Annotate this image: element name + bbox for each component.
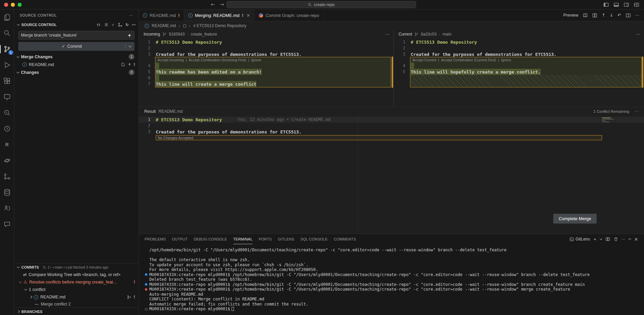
database-icon[interactable] — [3, 188, 12, 197]
panel-tab-debug-console[interactable]: DEBUG CONSOLE — [194, 234, 227, 244]
resolve-conflicts-row[interactable]: Resolve conflicts before merging create_… — [14, 278, 138, 286]
accept-current-action[interactable]: Accept Current — [412, 58, 436, 62]
accept-incoming-action[interactable]: Accept Incoming — [157, 58, 184, 62]
tab-merging-readme[interactable]: Merging: README.md ! — [184, 9, 255, 21]
commit-button-main[interactable]: Commit — [18, 44, 125, 49]
command-center-search[interactable]: create-repo — [227, 1, 416, 8]
sparkle-icon[interactable] — [127, 33, 132, 38]
close-panel-icon[interactable] — [634, 237, 638, 241]
incoming-editor[interactable]: 1# ETC5513 Demo Repository 2 3Created fo… — [139, 38, 393, 87]
scm-section-header[interactable]: SOURCE CONTROL — [14, 21, 138, 28]
terminal-output[interactable]: /opt/homebrew/bin/git -C "/Users/mlyd000… — [139, 244, 644, 315]
run-debug-icon[interactable] — [3, 61, 12, 69]
live-share-icon[interactable] — [3, 204, 12, 213]
merge-changes-group[interactable]: Merge Changes 1 — [14, 53, 138, 61]
branches-section-header[interactable]: BRANCHES — [14, 308, 138, 315]
scm-header-actions — [96, 22, 135, 27]
preview-label[interactable]: Preview — [563, 13, 578, 18]
complete-merge-button[interactable]: Complete Merge — [553, 214, 597, 224]
breadcrumb-file[interactable]: README.md — [152, 23, 176, 28]
close-tab-icon[interactable] — [246, 13, 250, 18]
no-changes-accepted-banner[interactable]: No Changes Accepted — [156, 135, 602, 140]
chevron-down-icon[interactable] — [600, 237, 602, 240]
search-icon[interactable] — [3, 29, 12, 38]
git-graph-icon[interactable] — [3, 172, 12, 181]
more-actions-icon[interactable] — [636, 32, 640, 36]
nav-back-icon[interactable] — [211, 2, 215, 7]
remote-explorer-icon[interactable] — [3, 92, 12, 101]
kill-terminal-trash-icon[interactable] — [614, 237, 618, 241]
open-preview-icon[interactable] — [583, 13, 588, 18]
gitlens-inspect-icon[interactable] — [3, 108, 12, 117]
toggle-panel-icon[interactable] — [614, 2, 619, 7]
merge-file-row[interactable]: README.md ! — [14, 61, 138, 68]
breadcrumb-symbol[interactable]: # ETC5513 Demo Repository — [193, 23, 246, 28]
tab-commit-graph[interactable]: Commit Graph: create-repo — [255, 9, 323, 21]
view-as-list-icon[interactable] — [104, 22, 109, 27]
conflict-file-row[interactable]: README.md ! — [14, 293, 138, 301]
panel-tab-ports[interactable]: PORTS — [259, 234, 272, 244]
conflict-group-row[interactable]: 1 conflict — [14, 286, 138, 293]
gitlens-icon[interactable] — [3, 124, 12, 133]
new-terminal-icon[interactable] — [593, 237, 596, 241]
more-actions-icon[interactable] — [635, 109, 639, 113]
discard-icon[interactable] — [618, 13, 621, 18]
next-change-icon[interactable] — [610, 13, 613, 18]
commit-dropdown[interactable] — [126, 45, 134, 47]
accept-combination-action[interactable]: Accept Combination (Incoming First) — [189, 58, 246, 62]
comments-icon[interactable] — [3, 220, 12, 229]
more-actions-icon[interactable] — [132, 23, 135, 27]
jupyter-icon[interactable] — [3, 156, 12, 165]
r-language-icon[interactable] — [3, 140, 12, 149]
extensions-icon[interactable] — [3, 77, 12, 85]
panel-tab-problems[interactable]: PROBLEMS — [145, 234, 166, 244]
changes-group[interactable]: Changes 0 — [14, 68, 138, 76]
more-actions-icon[interactable] — [635, 13, 640, 18]
panel-tab-terminal[interactable]: TERMINAL — [233, 234, 253, 244]
minimize-window-button[interactable] — [11, 3, 15, 7]
accept-combination-action[interactable]: Accept Combination (Current First) — [441, 58, 496, 62]
ignore-action[interactable]: Ignore — [501, 58, 511, 62]
commit-check-icon[interactable] — [112, 23, 115, 27]
source-control-icon[interactable]: 1 — [3, 45, 12, 54]
toggle-secondary-sidebar-icon[interactable] — [624, 2, 629, 7]
terminal-instance[interactable]: GitLens — [570, 237, 590, 241]
open-changes-icon[interactable] — [592, 13, 597, 18]
open-file-icon[interactable] — [121, 62, 125, 67]
terminal-icon — [570, 237, 574, 241]
previous-change-icon[interactable] — [602, 13, 605, 18]
changed-empty-line — [156, 75, 159, 81]
ignore-action[interactable]: Ignore — [251, 58, 261, 62]
action-separator: | — [248, 58, 249, 62]
more-actions-icon[interactable] — [385, 32, 389, 36]
close-window-button[interactable] — [4, 3, 8, 7]
maximize-window-button[interactable] — [18, 3, 22, 7]
nav-forward-icon[interactable] — [220, 2, 224, 7]
merge-icon[interactable] — [127, 295, 131, 299]
maximize-panel-icon[interactable] — [628, 238, 631, 241]
alignment-hatch-filler — [411, 75, 641, 87]
result-editor[interactable]: 1 # ETC5513 Demo Repository You, 12 minu… — [139, 116, 644, 140]
panel-tab-output[interactable]: OUTPUT — [172, 234, 188, 244]
sidebar-more-icon[interactable] — [129, 14, 133, 17]
more-actions-icon[interactable] — [622, 237, 625, 241]
explorer-icon[interactable] — [3, 13, 12, 22]
commit-button[interactable]: Commit — [18, 42, 134, 51]
compare-working-tree-row[interactable]: Compare Working Tree with <branch, tag, … — [14, 271, 138, 278]
pull-push-icon[interactable] — [96, 22, 101, 27]
panel-tab-gitlens[interactable]: GITLENS — [278, 234, 294, 244]
tab-readme[interactable]: README.md ! — [139, 9, 184, 21]
toggle-primary-sidebar-icon[interactable] — [603, 2, 609, 7]
commit-list-item[interactable]: Merge conflict 2 — [14, 301, 138, 308]
refresh-icon[interactable] — [126, 23, 129, 27]
commits-header[interactable]: COMMITS 0↓ 1↑ • main • Last fetched 3 mi… — [14, 264, 138, 271]
current-editor[interactable]: 1# ETC5513 Demo Repository 2 3Created fo… — [394, 38, 644, 87]
graph-icon[interactable] — [118, 22, 123, 27]
customize-layout-icon[interactable] — [634, 2, 639, 7]
split-editor-icon[interactable] — [626, 13, 631, 18]
panel-tab-comments[interactable]: COMMENTS — [334, 234, 356, 244]
stage-plus-icon[interactable] — [128, 62, 131, 67]
commit-message-input[interactable] — [21, 33, 125, 38]
panel-tab-sql-console[interactable]: SQL CONSOLE — [300, 234, 328, 244]
split-terminal-icon[interactable] — [605, 237, 610, 241]
